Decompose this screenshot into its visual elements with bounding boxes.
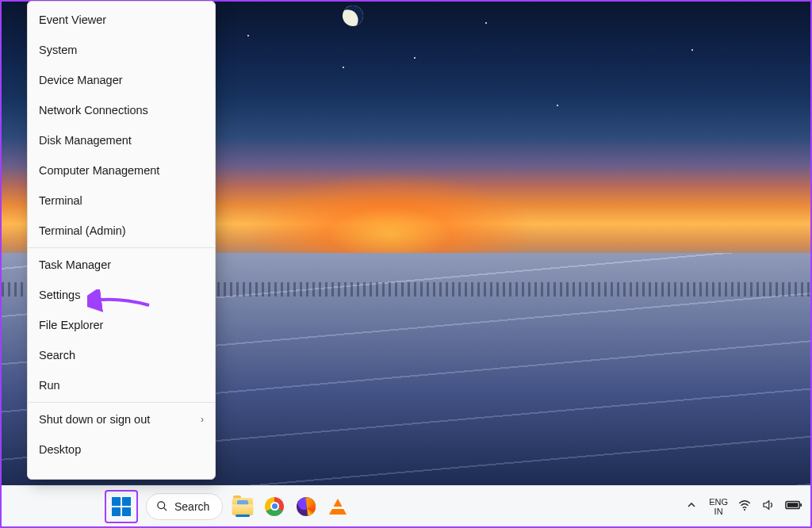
wifi-icon: [737, 498, 752, 512]
volume-button[interactable]: [761, 498, 776, 515]
menu-item-label: Device Manager: [39, 74, 123, 86]
menu-item-shut-down-or-sign-out[interactable]: Shut down or sign out›: [28, 404, 215, 434]
menu-item-label: Shut down or sign out: [39, 413, 150, 426]
menu-separator: [28, 247, 215, 248]
taskbar-vlc[interactable]: [326, 495, 350, 518]
annotation-highlight-start: [105, 490, 138, 523]
menu-item-file-explorer[interactable]: File Explorer: [28, 310, 215, 340]
menu-item-disk-management[interactable]: Disk Management: [28, 125, 215, 155]
menu-item-label: Terminal: [39, 194, 82, 207]
menu-item-device-manager[interactable]: Device Manager: [28, 65, 215, 95]
menu-item-event-viewer[interactable]: Event Viewer: [28, 5, 215, 35]
menu-item-label: Terminal (Admin): [39, 224, 126, 237]
folder-icon: [232, 498, 253, 515]
menu-item-label: Network Connections: [39, 104, 148, 117]
windows-logo-icon: [112, 497, 131, 516]
taskbar-search[interactable]: Search: [146, 493, 223, 520]
menu-item-label: Search: [39, 349, 75, 362]
menu-item-label: File Explorer: [39, 319, 103, 331]
chevron-up-icon: [687, 500, 696, 510]
tray-overflow-button[interactable]: [684, 497, 699, 515]
wifi-button[interactable]: [737, 498, 752, 515]
taskbar-firefox[interactable]: [294, 495, 318, 518]
language-indicator[interactable]: ENG IN: [709, 497, 728, 516]
menu-item-label: Settings: [39, 289, 80, 301]
chevron-right-icon: ›: [201, 414, 204, 425]
moon-icon: [343, 6, 366, 29]
language-line2: IN: [709, 507, 728, 516]
svg-rect-5: [800, 503, 802, 507]
menu-item-task-manager[interactable]: Task Manager: [28, 250, 215, 280]
svg-point-0: [158, 502, 165, 509]
menu-item-label: Task Manager: [39, 258, 111, 271]
menu-item-terminal-admin[interactable]: Terminal (Admin): [28, 216, 215, 246]
menu-item-terminal[interactable]: Terminal: [28, 186, 215, 216]
taskbar: Search ENG IN: [2, 485, 810, 526]
menu-item-label: Disk Management: [39, 134, 132, 147]
search-label: Search: [174, 500, 209, 513]
svg-line-1: [163, 507, 167, 511]
menu-item-search[interactable]: Search: [28, 340, 215, 370]
menu-item-network-connections[interactable]: Network Connections: [28, 95, 215, 125]
taskbar-chrome[interactable]: [262, 495, 286, 518]
speaker-icon: [761, 498, 776, 512]
menu-item-system[interactable]: System: [28, 35, 215, 65]
chrome-icon: [265, 497, 284, 516]
winx-context-menu: Event ViewerSystemDevice ManagerNetwork …: [27, 1, 216, 480]
menu-item-label: Computer Management: [39, 164, 159, 177]
annotation-arrow: [87, 289, 151, 313]
taskbar-file-explorer[interactable]: [231, 495, 255, 518]
svg-point-2: [744, 508, 745, 510]
menu-separator: [28, 402, 215, 403]
vlc-icon: [329, 499, 347, 515]
menu-item-computer-management[interactable]: Computer Management: [28, 155, 215, 186]
start-button[interactable]: [108, 493, 135, 520]
menu-item-label: System: [39, 44, 77, 56]
firefox-icon: [297, 497, 316, 516]
menu-item-label: Event Viewer: [39, 13, 106, 26]
menu-item-desktop[interactable]: Desktop: [28, 434, 215, 465]
language-line1: ENG: [709, 497, 728, 507]
svg-rect-4: [787, 503, 799, 507]
menu-item-label: Run: [39, 379, 60, 392]
battery-icon: [785, 499, 802, 511]
menu-item-run[interactable]: Run: [28, 370, 215, 400]
menu-item-label: Desktop: [39, 443, 81, 456]
search-icon: [156, 500, 168, 512]
battery-button[interactable]: [785, 499, 802, 514]
